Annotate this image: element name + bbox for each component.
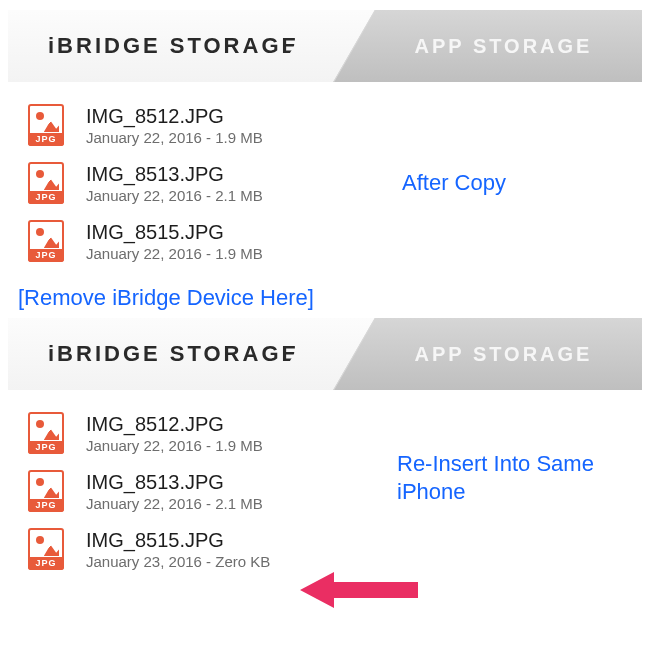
file-text: IMG_8513.JPG January 22, 2016 - 2.1 MB (86, 471, 263, 512)
file-row[interactable]: JPG IMG_8513.JPG January 22, 2016 - 2.1 … (8, 154, 642, 212)
file-text: IMG_8515.JPG January 23, 2016 - Zero KB (86, 529, 270, 570)
file-text: IMG_8515.JPG January 22, 2016 - 1.9 MB (86, 221, 263, 262)
file-badge: JPG (28, 499, 64, 512)
file-badge: JPG (28, 191, 64, 204)
file-meta: January 23, 2016 - Zero KB (86, 553, 270, 570)
file-name: IMG_8512.JPG (86, 413, 263, 436)
file-name: IMG_8513.JPG (86, 471, 263, 494)
storage-tabbar: iBRIDGE STORAGE APP STORAGE (8, 10, 642, 82)
tab-app-storage[interactable]: APP STORAGE (325, 318, 642, 390)
file-text: IMG_8512.JPG January 22, 2016 - 1.9 MB (86, 105, 263, 146)
tab-label: APP STORAGE (415, 35, 593, 58)
tab-ibridge-storage[interactable]: iBRIDGE STORAGE (8, 10, 325, 82)
jpg-file-icon: JPG (28, 104, 64, 146)
file-row[interactable]: JPG IMG_8512.JPG January 22, 2016 - 1.9 … (8, 96, 642, 154)
file-badge: JPG (28, 133, 64, 146)
jpg-file-icon: JPG (28, 220, 64, 262)
svg-marker-0 (300, 572, 418, 608)
tab-label: iBRIDGE STORAGE (48, 33, 299, 59)
tab-app-storage[interactable]: APP STORAGE (325, 10, 642, 82)
file-text: IMG_8512.JPG January 22, 2016 - 1.9 MB (86, 413, 263, 454)
annotation-remove-device: [Remove iBridge Device Here] (18, 285, 314, 311)
jpg-file-icon: JPG (28, 162, 64, 204)
file-text: IMG_8513.JPG January 22, 2016 - 2.1 MB (86, 163, 263, 204)
annotation-reinsert: Re-Insert Into Same iPhone (397, 450, 637, 505)
file-meta: January 22, 2016 - 2.1 MB (86, 495, 263, 512)
file-name: IMG_8512.JPG (86, 105, 263, 128)
tab-label: iBRIDGE STORAGE (48, 341, 299, 367)
tab-label: APP STORAGE (415, 343, 593, 366)
tab-ibridge-storage[interactable]: iBRIDGE STORAGE (8, 318, 325, 390)
storage-tabbar: iBRIDGE STORAGE APP STORAGE (8, 318, 642, 390)
file-meta: January 22, 2016 - 1.9 MB (86, 437, 263, 454)
jpg-file-icon: JPG (28, 412, 64, 454)
annotation-after-copy: After Copy (402, 170, 506, 196)
bottom-panel: iBRIDGE STORAGE APP STORAGE JPG IMG_8512… (8, 318, 642, 578)
file-name: IMG_8515.JPG (86, 529, 270, 552)
file-name: IMG_8513.JPG (86, 163, 263, 186)
file-meta: January 22, 2016 - 1.9 MB (86, 245, 263, 262)
arrow-icon (300, 568, 420, 612)
file-badge: JPG (28, 441, 64, 454)
jpg-file-icon: JPG (28, 528, 64, 570)
file-meta: January 22, 2016 - 1.9 MB (86, 129, 263, 146)
top-panel: iBRIDGE STORAGE APP STORAGE JPG IMG_8512… (8, 10, 642, 270)
jpg-file-icon: JPG (28, 470, 64, 512)
file-meta: January 22, 2016 - 2.1 MB (86, 187, 263, 204)
file-badge: JPG (28, 557, 64, 570)
file-badge: JPG (28, 249, 64, 262)
file-row[interactable]: JPG IMG_8515.JPG January 22, 2016 - 1.9 … (8, 212, 642, 270)
file-name: IMG_8515.JPG (86, 221, 263, 244)
